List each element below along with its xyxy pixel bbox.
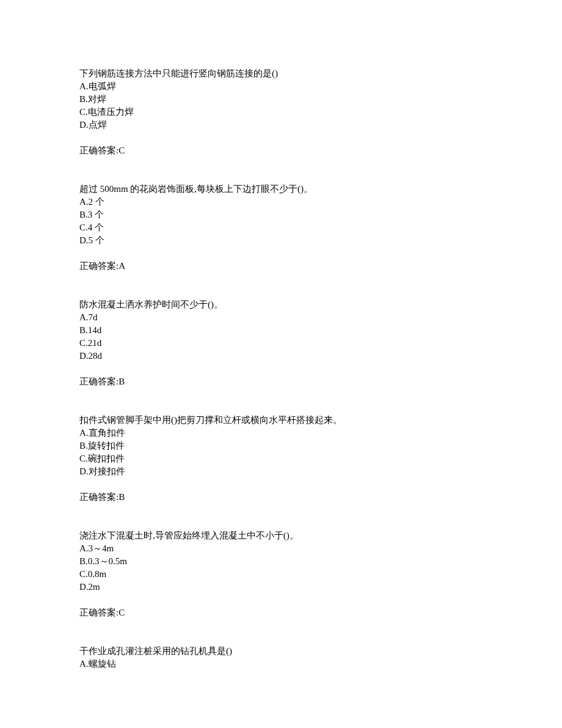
- option-c: C.21d: [79, 337, 483, 350]
- option-d: D.点焊: [79, 119, 483, 131]
- question-3: 防水混凝土洒水养护时间不少于()。 A.7d B.14d C.21d D.28d…: [79, 298, 483, 388]
- question-text: 干作业成孔灌注桩采用的钻孔机具是(): [79, 645, 483, 658]
- option-a: A.电弧焊: [79, 80, 483, 93]
- question-text: 浇注水下混凝土时,导管应始终埋入混凝土中不小于()。: [79, 529, 483, 542]
- option-c: C.电渣压力焊: [79, 106, 483, 119]
- option-a: A.2 个: [79, 196, 483, 208]
- option-d: D.对接扣件: [79, 465, 483, 478]
- question-6: 干作业成孔灌注桩采用的钻孔机具是() A.螺旋钻: [79, 645, 483, 671]
- question-5: 浇注水下混凝土时,导管应始终埋入混凝土中不小于()。 A.3～4m B.0.3～…: [79, 529, 483, 619]
- question-text: 防水混凝土洒水养护时间不少于()。: [79, 298, 483, 311]
- option-a: A.3～4m: [79, 542, 483, 555]
- question-4: 扣件式钢管脚手架中用()把剪刀撑和立杆或横向水平杆搭接起来。 A.直角扣件 B.…: [79, 414, 483, 504]
- question-text: 扣件式钢管脚手架中用()把剪刀撑和立杆或横向水平杆搭接起来。: [79, 414, 483, 427]
- answer-text: 正确答案:C: [79, 606, 483, 619]
- option-b: B.对焊: [79, 93, 483, 106]
- option-c: C.碗扣扣件: [79, 452, 483, 465]
- question-text: 下列钢筋连接方法中只能进行竖向钢筋连接的是(): [79, 67, 483, 80]
- answer-text: 正确答案:B: [79, 375, 483, 388]
- answer-text: 正确答案:B: [79, 491, 483, 504]
- answer-text: 正确答案:A: [79, 260, 483, 273]
- option-b: B.3 个: [79, 208, 483, 221]
- option-b: B.14d: [79, 324, 483, 337]
- option-a: A.螺旋钻: [79, 658, 483, 671]
- option-a: A.7d: [79, 311, 483, 324]
- option-b: B.0.3～0.5m: [79, 555, 483, 568]
- option-a: A.直角扣件: [79, 427, 483, 439]
- question-1: 下列钢筋连接方法中只能进行竖向钢筋连接的是() A.电弧焊 B.对焊 C.电渣压…: [79, 67, 483, 157]
- answer-text: 正确答案:C: [79, 144, 483, 157]
- option-b: B.旋转扣件: [79, 439, 483, 452]
- option-d: D.2m: [79, 581, 483, 594]
- option-c: C.0.8m: [79, 568, 483, 581]
- question-text: 超过 500mm 的花岗岩饰面板,每块板上下边打眼不少于()。: [79, 183, 483, 196]
- question-2: 超过 500mm 的花岗岩饰面板,每块板上下边打眼不少于()。 A.2 个 B.…: [79, 183, 483, 273]
- option-d: D.5 个: [79, 234, 483, 247]
- option-d: D.28d: [79, 350, 483, 362]
- option-c: C.4 个: [79, 221, 483, 234]
